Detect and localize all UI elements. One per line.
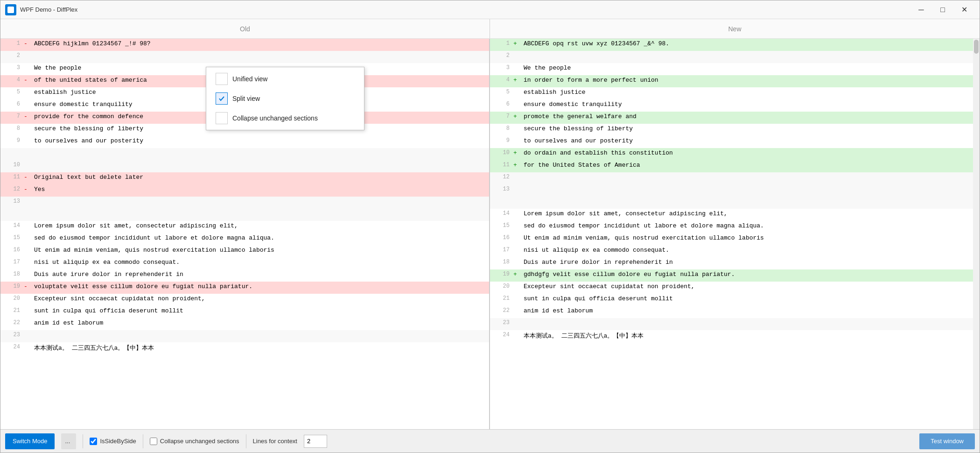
- collapse-checkbox-label[interactable]: Collapse unchanged sections: [150, 438, 239, 445]
- line-op: [513, 172, 523, 184]
- toolbar-divider-2: [143, 434, 143, 448]
- line-content: ABCDEFG hijklmn 01234567 _!# 98?: [33, 39, 489, 51]
- diff-line-left-20: 19-voluptate velit esse cillum dolore eu…: [0, 282, 489, 294]
- line-content: establish justice: [523, 87, 980, 99]
- line-op: -: [24, 282, 33, 294]
- line-number: 13: [490, 184, 513, 197]
- diff-line-left-9: [0, 148, 489, 160]
- line-op: -: [24, 75, 33, 87]
- diff-line-left-15: 14Lorem ipsum dolor sit amet, consectetu…: [0, 221, 489, 233]
- is-side-by-side-checkbox-label[interactable]: IsSideBySide: [90, 438, 136, 445]
- line-op: [24, 221, 33, 233]
- line-op: [513, 124, 523, 136]
- menu-item-split[interactable]: Split view: [206, 89, 364, 108]
- line-op: [24, 124, 33, 136]
- menu-item-unified[interactable]: Unified view: [206, 69, 364, 89]
- diff-line-right-23: 23: [490, 318, 980, 330]
- line-number: 6: [490, 99, 513, 112]
- line-number: 4: [0, 75, 24, 87]
- line-content: ensure domestic tranquility: [523, 99, 980, 112]
- line-number: 12: [490, 172, 513, 184]
- diff-line-left-8: 9to ourselves and our posterity: [0, 136, 489, 148]
- line-content: 本本测试a。 二三四五六七八a。【中】本本: [33, 342, 489, 354]
- menu-item-collapse[interactable]: Collapse unchanged sections: [206, 108, 364, 128]
- collapse-checkbox[interactable]: [150, 438, 157, 445]
- split-view-label: Split view: [232, 95, 260, 102]
- line-op: [24, 330, 33, 342]
- line-number: 21: [490, 294, 513, 306]
- scrollbar[interactable]: [973, 39, 980, 429]
- line-content: [523, 184, 980, 197]
- line-content: do ordain and establish this constitutio…: [523, 148, 980, 160]
- lines-for-context-input[interactable]: [304, 435, 327, 448]
- diff-line-left-18: 17nisi ut aliquip ex ea commodo consequa…: [0, 257, 489, 269]
- diff-line-left-25: 24本本测试a。 二三四五六七八a。【中】本本: [0, 342, 489, 354]
- line-op: [513, 294, 523, 306]
- line-content: secure the blessing of liberty: [523, 124, 980, 136]
- main-window: WPF Demo - DiffPlex ─ □ ✕ Old New 1-ABCD…: [0, 0, 980, 453]
- diff-line-left-0: 1-ABCDEFG hijklmn 01234567 _!# 98?: [0, 39, 489, 51]
- split-check: [216, 92, 228, 105]
- line-op: [513, 257, 523, 269]
- line-content: Yes: [33, 184, 489, 197]
- maximize-button[interactable]: □: [932, 0, 953, 19]
- line-op: [513, 136, 523, 148]
- line-number: 5: [0, 87, 24, 99]
- diff-line-right-1: 2: [490, 51, 980, 63]
- line-number: 15: [0, 233, 24, 245]
- line-op: [513, 282, 523, 294]
- line-number: 10: [490, 148, 513, 160]
- line-number: 22: [490, 306, 513, 318]
- right-panel[interactable]: 1+ABCDEFG opq rst uvw xyz 01234567 _&^ 9…: [490, 39, 980, 429]
- line-op: +: [513, 148, 523, 160]
- line-op: [513, 197, 523, 209]
- is-side-by-side-checkbox[interactable]: [90, 438, 97, 445]
- line-number: 9: [0, 136, 24, 148]
- diff-line-left-24: 23: [0, 330, 489, 342]
- line-op: [24, 160, 33, 172]
- line-op: [24, 257, 33, 269]
- line-content: Excepteur sint occaecat cupidatat non pr…: [33, 294, 489, 306]
- line-op: [513, 245, 523, 257]
- diff-line-right-7: 8secure the blessing of liberty: [490, 124, 980, 136]
- svg-rect-0: [7, 7, 14, 13]
- line-number: 24: [490, 330, 513, 342]
- diff-line-left-23: 22anim id est laborum: [0, 318, 489, 330]
- minimize-button[interactable]: ─: [910, 0, 932, 19]
- line-content: to ourselves and our posterity: [33, 136, 489, 148]
- line-op: -: [24, 112, 33, 124]
- diff-line-left-21: 20Excepteur sint occaecat cupidatat non …: [0, 294, 489, 306]
- line-content: Ut enim ad minim veniam, quis nostrud ex…: [33, 245, 489, 257]
- line-number: 8: [0, 124, 24, 136]
- diff-container: Old New 1-ABCDEFG hijklmn 01234567 _!# 9…: [0, 19, 980, 429]
- is-side-by-side-label: IsSideBySide: [100, 438, 136, 445]
- ellipsis-button[interactable]: ...: [61, 433, 76, 449]
- line-content: anim id est laborum: [523, 306, 980, 318]
- line-op: [513, 51, 523, 63]
- toolbar: Switch Mode ... IsSideBySide Collapse un…: [0, 429, 980, 453]
- collapse-unchanged-label: Collapse unchanged sections: [232, 114, 318, 122]
- line-content: to ourselves and our posterity: [523, 136, 980, 148]
- line-op: [24, 136, 33, 148]
- line-number: 23: [490, 318, 513, 330]
- line-number: 11: [0, 172, 24, 184]
- line-content: 本本测试a。 二三四五六七八a。【中】本本: [523, 330, 980, 342]
- line-op: -: [24, 184, 33, 197]
- line-content: Duis aute irure dolor in reprehenderit i…: [523, 257, 980, 269]
- line-number: 17: [490, 245, 513, 257]
- line-op: [513, 330, 523, 342]
- diff-line-left-19: 18Duis aute irure dolor in reprehenderit…: [0, 269, 489, 282]
- line-op: [513, 233, 523, 245]
- scroll-thumb[interactable]: [974, 40, 979, 54]
- line-content: We the people: [523, 63, 980, 75]
- diff-header: Old New: [0, 19, 980, 39]
- line-content: nisi ut aliquip ex ea commodo consequat.: [523, 245, 980, 257]
- titlebar: WPF Demo - DiffPlex ─ □ ✕: [0, 0, 980, 19]
- close-button[interactable]: ✕: [953, 0, 975, 19]
- test-window-button[interactable]: Test window: [919, 433, 975, 449]
- line-op: [24, 51, 33, 63]
- collapse-check: [216, 112, 228, 124]
- line-content: sed do eiusmod tempor incididunt ut labo…: [33, 233, 489, 245]
- switch-mode-button[interactable]: Switch Mode: [5, 433, 55, 449]
- line-number: 14: [0, 221, 24, 233]
